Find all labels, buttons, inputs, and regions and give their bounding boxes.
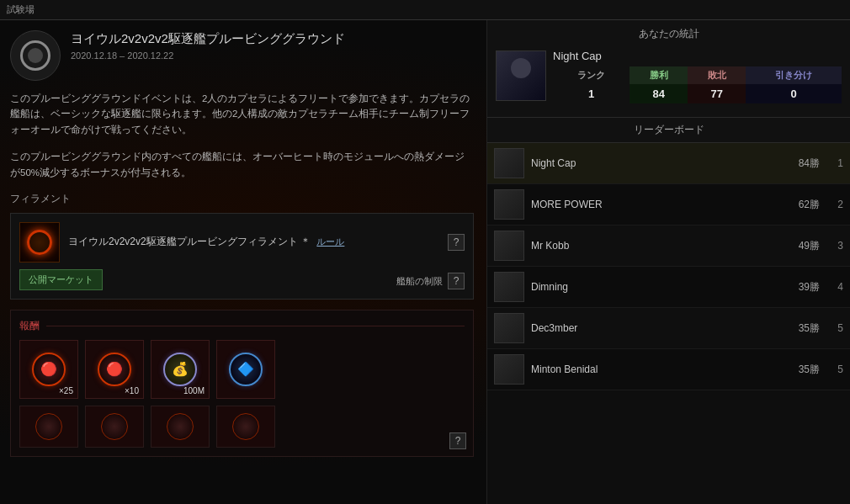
- lb-rank-1: 1: [826, 157, 843, 169]
- reward-item-2: 🔴 ×10: [85, 340, 144, 399]
- reward-small-1: [19, 406, 78, 448]
- leaderboard-header: リーダーボード: [487, 118, 850, 143]
- filament-label: フィラメント: [10, 192, 474, 206]
- rules-link[interactable]: ルール: [316, 236, 344, 247]
- reward-small-icon-4: [232, 413, 259, 440]
- reward-row-2: [19, 406, 465, 448]
- event-date: 2020.12.18 – 2020.12.22: [71, 50, 345, 61]
- reward-small-3: [151, 406, 210, 448]
- filament-row: ヨイウル2v2v2v2駆逐艦プルービングフィラメント ＊ ルール ?: [19, 222, 465, 263]
- filament-section: ヨイウル2v2v2v2駆逐艦プルービングフィラメント ＊ ルール ? 公開マーケ…: [10, 213, 474, 300]
- lb-rank-2: 2: [826, 199, 843, 210]
- td-losses: 77: [688, 84, 746, 103]
- leaderboard-section: リーダーボード Night Cap 84勝 1 MORE POWER 62勝 2…: [487, 118, 850, 504]
- reward-icon-4: 🔷: [229, 353, 263, 386]
- event-header: ヨイウル2v2v2v2駆逐艦プルービンググラウンド 2020.12.18 – 2…: [10, 30, 474, 81]
- lb-avatar-2: [494, 189, 524, 220]
- rewards-section: 報酬 🔴 ×25 🔴 ×10 💰 100M 🔷: [10, 310, 474, 457]
- reward-small-4: [216, 406, 275, 448]
- stats-player-row: Night Cap ランク 勝利 敗北 引き分け 1: [496, 48, 842, 103]
- reward-icon-3: 💰: [163, 353, 197, 386]
- lb-name-4: Dimning: [531, 281, 779, 293]
- description-2: このプルービンググラウンド内のすべての艦船には、オーバーヒート時のモジュールへの…: [10, 149, 474, 180]
- lb-wins-2: 62勝: [786, 198, 820, 212]
- leaderboard-item-2: MORE POWER 62勝 2: [487, 184, 850, 225]
- lb-name-3: Mr Kobb: [531, 240, 779, 252]
- reward-count-3: 100M: [183, 386, 205, 395]
- leaderboard-list: Night Cap 84勝 1 MORE POWER 62勝 2 Mr Kobb…: [487, 143, 850, 504]
- description-1: このプルービンググラウンドイベントは、2人のカプセラによるフリートで参加できます…: [10, 91, 474, 137]
- reward-small-icon-1: [35, 413, 62, 440]
- reward-item-4: 🔷: [216, 340, 275, 399]
- lb-avatar-6: [494, 354, 524, 385]
- lb-rank-6: 5: [826, 363, 843, 375]
- filament-help-button[interactable]: ?: [448, 234, 465, 251]
- right-panel: あなたの統計 Night Cap ランク 勝利 敗北 引き分け: [486, 20, 850, 504]
- market-button[interactable]: 公開マーケット: [19, 269, 103, 290]
- rewards-help-button[interactable]: ?: [449, 432, 466, 449]
- event-title: ヨイウル2v2v2v2駆逐艦プルービンググラウンド: [71, 30, 345, 47]
- stats-table-wrapper: Night Cap ランク 勝利 敗北 引き分け 1: [553, 48, 842, 103]
- lb-avatar-4: [494, 272, 524, 302]
- leaderboard-item-1: Night Cap 84勝 1: [487, 143, 850, 184]
- lb-wins-3: 49勝: [786, 239, 820, 253]
- reward-item-3: 💰 100M: [151, 340, 210, 399]
- stats-header: あなたの統計: [496, 27, 842, 41]
- td-wins: 84: [630, 84, 688, 103]
- th-wins: 勝利: [630, 66, 688, 84]
- lb-wins-4: 39勝: [786, 280, 820, 294]
- reward-small-icon-2: [101, 413, 128, 440]
- lb-rank-4: 4: [826, 281, 843, 293]
- lb-avatar-1: [494, 148, 524, 178]
- player-avatar: [496, 50, 546, 101]
- th-draw: 引き分け: [746, 66, 842, 84]
- leaderboard-item-5: Dec3mber 35勝 5: [487, 308, 850, 349]
- title-bar-text: 試験場: [7, 3, 35, 16]
- lb-wins-5: 35勝: [786, 321, 820, 336]
- reward-icon-1: 🔴: [32, 353, 66, 386]
- event-logo: [10, 30, 61, 81]
- reward-count-2: ×10: [125, 386, 139, 395]
- player-name: Night Cap: [553, 50, 602, 62]
- th-rank: ランク: [553, 66, 630, 84]
- rewards-grid: 🔴 ×25 🔴 ×10 💰 100M 🔷: [19, 340, 465, 399]
- ship-limit-text: 艦船の制限: [396, 275, 443, 288]
- lb-rank-3: 3: [826, 240, 843, 252]
- reward-item-1: 🔴 ×25: [19, 340, 78, 399]
- leaderboard-item-6: Minton Benidal 35勝 5: [487, 349, 850, 390]
- event-title-block: ヨイウル2v2v2v2駆逐艦プルービンググラウンド 2020.12.18 – 2…: [71, 30, 345, 61]
- filament-name: ヨイウル2v2v2v2駆逐艦プルービングフィラメント ＊ ルール: [68, 235, 439, 249]
- rewards-title: 報酬: [19, 319, 465, 333]
- reward-small-icon-3: [167, 413, 194, 440]
- filament-icon: [19, 222, 60, 263]
- leaderboard-item-4: Dimning 39勝 4: [487, 267, 850, 308]
- left-panel: ヨイウル2v2v2v2駆逐艦プルービンググラウンド 2020.12.18 – 2…: [0, 20, 484, 504]
- lb-avatar-5: [494, 313, 524, 343]
- td-draw: 0: [746, 84, 842, 103]
- reward-small-2: [85, 406, 144, 448]
- lb-avatar-3: [494, 231, 524, 261]
- ship-limit-row: 艦船の制限 ?: [109, 273, 465, 289]
- stats-section: あなたの統計 Night Cap ランク 勝利 敗北 引き分け: [487, 20, 850, 118]
- lb-name-1: Night Cap: [531, 157, 779, 169]
- ship-limit-help-button[interactable]: ?: [448, 273, 465, 289]
- reward-count-1: ×25: [59, 386, 73, 395]
- reward-icon-2: 🔴: [98, 353, 131, 386]
- lb-wins-6: 35勝: [786, 363, 820, 377]
- th-losses: 敗北: [688, 66, 746, 84]
- leaderboard-item-3: Mr Kobb 49勝 3: [487, 225, 850, 267]
- lb-name-5: Dec3mber: [531, 322, 779, 334]
- lb-name-6: Minton Benidal: [531, 363, 779, 375]
- lb-rank-5: 5: [826, 322, 843, 334]
- lb-name-2: MORE POWER: [531, 199, 779, 210]
- lb-wins-1: 84勝: [786, 157, 820, 171]
- stats-table: ランク 勝利 敗北 引き分け 1 84 77 0: [553, 66, 842, 103]
- title-bar: 試験場: [0, 0, 850, 20]
- td-rank: 1: [553, 84, 630, 103]
